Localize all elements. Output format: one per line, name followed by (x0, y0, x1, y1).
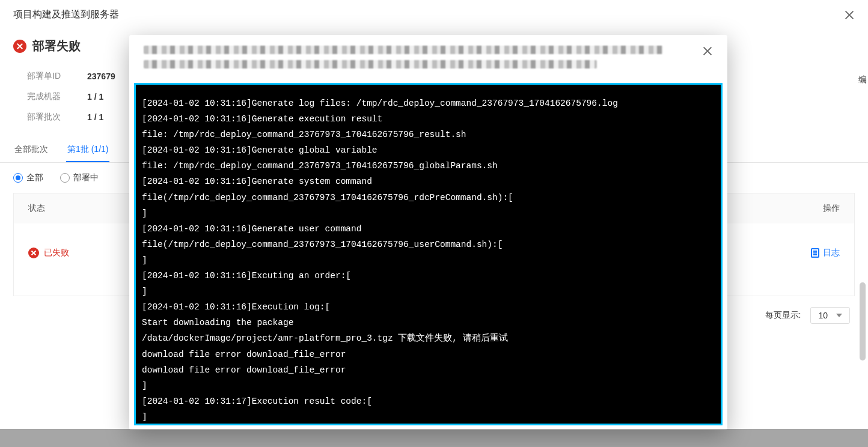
close-icon[interactable] (702, 46, 713, 56)
redacted-line (144, 60, 597, 68)
chevron-down-icon (836, 314, 842, 317)
tab-first-count: (1/1) (91, 144, 109, 154)
log-dialog: [2024-01-02 10:31:16]Generate log files:… (129, 35, 727, 430)
deploy-id-value: 237679 (87, 71, 115, 81)
filter-all-label: 全部 (26, 172, 43, 183)
close-icon[interactable] (844, 10, 855, 20)
deploy-status-text: 部署失败 (32, 38, 81, 54)
scrollbar-thumb[interactable] (860, 282, 866, 360)
modal-backdrop (0, 429, 868, 447)
radio-icon (60, 173, 70, 183)
side-text-fragment: 编 (857, 72, 868, 88)
terminal-output[interactable]: [2024-01-02 10:31:16]Generate log files:… (134, 83, 723, 425)
log-link-text: 日志 (823, 248, 840, 258)
view-log-link[interactable]: 日志 (811, 248, 840, 258)
status-cell: 已失败 (28, 248, 69, 258)
batches-label: 部署批次 (27, 112, 87, 123)
document-icon (811, 248, 819, 258)
log-header-redacted (144, 46, 690, 74)
tab-first-label: 第1批 (67, 144, 89, 154)
redacted-line (144, 46, 663, 54)
dialog-header: 项目构建及推送到服务器 (0, 0, 868, 29)
log-dialog-header (129, 35, 727, 83)
dialog-title: 项目构建及推送到服务器 (13, 8, 119, 21)
tab-first-batch[interactable]: 第1批 (1/1) (66, 138, 109, 162)
col-ops: 操作 (823, 203, 840, 214)
col-status: 状态 (28, 203, 45, 214)
scrollbar[interactable] (860, 282, 866, 403)
error-icon (28, 248, 39, 258)
batches-value: 1 / 1 (87, 112, 103, 122)
filter-deploying[interactable]: 部署中 (60, 172, 99, 183)
per-page-label: 每页显示: (765, 310, 801, 321)
page-size-select[interactable]: 10 (810, 307, 850, 324)
filter-deploying-label: 部署中 (73, 172, 99, 183)
error-icon (13, 40, 26, 53)
row-status-text: 已失败 (44, 248, 69, 258)
machines-value: 1 / 1 (87, 92, 103, 102)
radio-icon (13, 173, 23, 183)
machines-label: 完成机器 (27, 91, 87, 102)
filter-all[interactable]: 全部 (13, 172, 43, 183)
deploy-id-label: 部署单ID (27, 71, 87, 82)
tab-all-batches[interactable]: 全部批次 (13, 138, 49, 162)
tab-all-label: 全部批次 (14, 144, 48, 154)
page-size-value: 10 (818, 311, 828, 320)
